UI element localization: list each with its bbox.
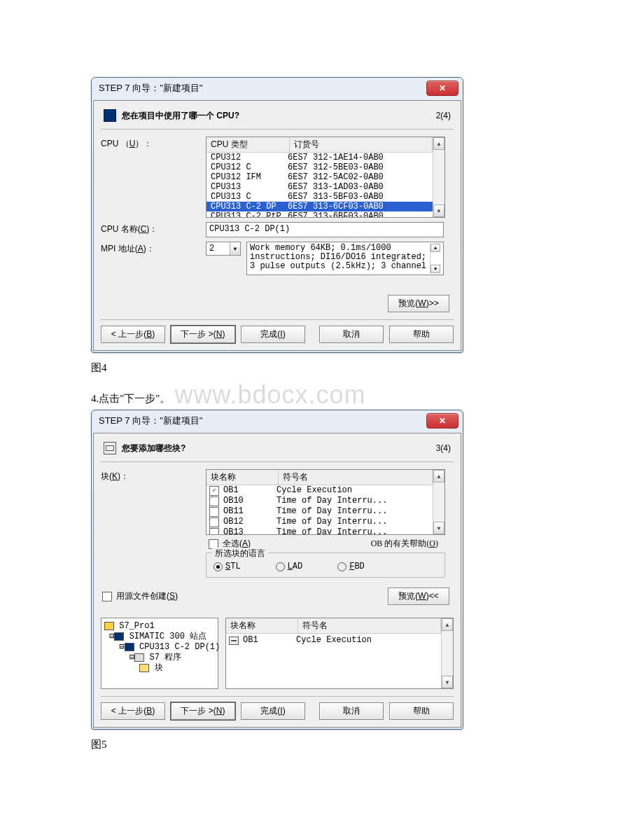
col-symbol: 符号名 [279, 470, 433, 485]
finish-button[interactable]: 完成(I) [241, 702, 305, 720]
wizard-question: 您在项目中使用了哪一个 CPU? [122, 110, 239, 122]
step-indicator: 3(4) [436, 443, 451, 453]
figure-caption-4: 图4 [91, 361, 553, 375]
listbox-scrollbar[interactable]: ▲ ▼ [441, 618, 453, 688]
titlebar: STEP 7 向导："新建项目" ✕ [92, 410, 463, 431]
figure-caption-5: 图5 [91, 738, 553, 751]
cpu-icon [104, 109, 116, 122]
mpi-value: 2 [209, 244, 214, 253]
station-icon [114, 632, 124, 641]
help-button[interactable]: 帮助 [389, 702, 454, 720]
preview-button[interactable]: 预览(W)>> [388, 295, 449, 312]
block-list-row[interactable]: OB10Time of Day Interru... [206, 496, 433, 506]
cpu-list-row[interactable]: CPU312 C6ES7 312-5BE03-0AB0 [206, 162, 433, 172]
back-button[interactable]: < 上一步(B) [101, 326, 165, 343]
radio-stl[interactable]: STL [214, 562, 241, 571]
cpu-name-label: CPU 名称(C)： [101, 222, 206, 237]
preview-button[interactable]: 预览(W)<< [388, 588, 449, 605]
scroll-down-icon[interactable]: ▼ [433, 204, 444, 217]
mpi-combo[interactable]: 2 ▼ [206, 242, 241, 256]
col-block-name: 块名称 [226, 618, 298, 633]
listbox-scrollbar[interactable]: ▲ ▼ [433, 137, 444, 217]
desc-scrollbar[interactable]: ▲▼ [430, 244, 440, 273]
program-icon [134, 653, 144, 662]
cancel-button[interactable]: 取消 [319, 702, 384, 720]
finish-button[interactable]: 完成(I) [241, 326, 305, 343]
scroll-up-icon[interactable]: ▲ [433, 137, 444, 150]
wizard-dialog-blocks: STEP 7 向导："新建项目" ✕ 您要添加哪些块? 3(4) 块(K)： 块… [91, 410, 463, 730]
scroll-up-icon[interactable]: ▲ [433, 470, 444, 482]
blocks-label: 块(K)： [101, 469, 206, 578]
cpu-listbox[interactable]: CPU 类型 订货号 CPU3126ES7 312-1AE14-0AB0CPU3… [206, 137, 445, 218]
folder-icon [139, 664, 149, 672]
listbox-scrollbar[interactable]: ▲ ▼ [433, 470, 444, 534]
close-button[interactable]: ✕ [426, 413, 458, 429]
mpi-label: MPI 地址(A)： [101, 242, 206, 275]
scroll-up-icon[interactable]: ▲ [442, 618, 453, 631]
language-groupbox: 所选块的语言 STL LAD FBD [206, 552, 445, 578]
dialog-title: STEP 7 向导："新建项目" [99, 415, 202, 427]
close-button[interactable]: ✕ [426, 81, 458, 96]
selected-blocks-panel: 块名称 符号名 OB1 Cycle Execution ▲ ▼ [225, 618, 454, 689]
block-list-row[interactable]: OB11Time of Day Interru... [206, 506, 433, 517]
next-button[interactable]: 下一步 >(N) [171, 702, 235, 720]
create-source-checkbox[interactable]: 用源文件创建(S) [102, 590, 178, 602]
wizard-question: 您要添加哪些块? [122, 443, 186, 454]
cpu-list-row[interactable]: CPU313 C6ES7 313-5BF03-0AB0 [206, 192, 433, 202]
project-tree[interactable]: S7_Pro1 ⊟ SIMATIC 300 站点 ⊟ CPU313 C-2 DP… [101, 618, 218, 689]
cpu-list-row[interactable]: CPU313 C-2 PtP6ES7 313-6BF03-0AB0 [206, 211, 433, 217]
block-list-row[interactable]: OB13Time of Day Interru... [206, 527, 433, 534]
back-button[interactable]: < 上一步(B) [101, 702, 165, 720]
step-4-text: 4.点击"下一步"。 www.bdocx.com [91, 384, 553, 405]
ob-help-link[interactable]: OB 的有关帮助(O) [371, 538, 438, 550]
block-symbol: Cycle Execution [296, 635, 372, 646]
cpu-icon [125, 643, 134, 651]
radio-lad[interactable]: LAD [276, 562, 303, 571]
cpu-list-row[interactable]: CPU313 C-2 DP6ES7 313-6CF03-0AB0 [206, 202, 433, 211]
col-cpu-type: CPU 类型 [206, 137, 290, 152]
next-button[interactable]: 下一步 >(N) [171, 326, 235, 343]
blocks-listbox[interactable]: 块名称 符号名 ✓OB1Cycle ExecutionOB10Time of D… [206, 469, 445, 535]
scroll-down-icon[interactable]: ▼ [433, 522, 444, 534]
wizard-dialog-cpu: STEP 7 向导："新建项目" ✕ 您在项目中使用了哪一个 CPU? 2(4)… [91, 77, 463, 353]
col-order-no: 订货号 [290, 137, 433, 152]
cpu-name-input[interactable]: CPU313 C-2 DP(1) [206, 222, 444, 237]
block-name: OB1 [243, 635, 292, 646]
help-button[interactable]: 帮助 [389, 326, 454, 343]
scroll-down-icon[interactable]: ▼ [442, 676, 453, 688]
cpu-list-row[interactable]: CPU3136ES7 313-1AD03-0AB0 [206, 182, 433, 192]
radio-fbd[interactable]: FBD [337, 562, 365, 571]
cpu-list-row[interactable]: CPU3126ES7 312-1AE14-0AB0 [206, 153, 433, 162]
block-list-row[interactable]: OB12Time of Day Interru... [206, 517, 433, 527]
cancel-button[interactable]: 取消 [319, 326, 384, 343]
dialog-title: STEP 7 向导："新建项目" [99, 82, 202, 95]
cpu-label: CPU （U）： [101, 137, 206, 218]
block-icon [229, 637, 239, 645]
watermark-text: www.bdocx.com [175, 384, 366, 405]
block-icon [104, 442, 116, 454]
titlebar: STEP 7 向导："新建项目" ✕ [92, 78, 463, 99]
col-symbol: 符号名 [298, 618, 441, 633]
chevron-down-icon[interactable]: ▼ [230, 242, 240, 255]
cpu-list-row[interactable]: CPU312 IFM6ES7 312-5AC02-0AB0 [206, 172, 433, 182]
step-indicator: 2(4) [436, 111, 451, 120]
group-legend: 所选块的语言 [212, 548, 268, 560]
block-list-row[interactable]: ✓OB1Cycle Execution [206, 485, 433, 496]
cpu-description: Work memory 64KB; 0.1ms/1000 instruction… [246, 242, 444, 275]
project-icon [104, 622, 114, 630]
col-block-name: 块名称 [206, 470, 279, 485]
